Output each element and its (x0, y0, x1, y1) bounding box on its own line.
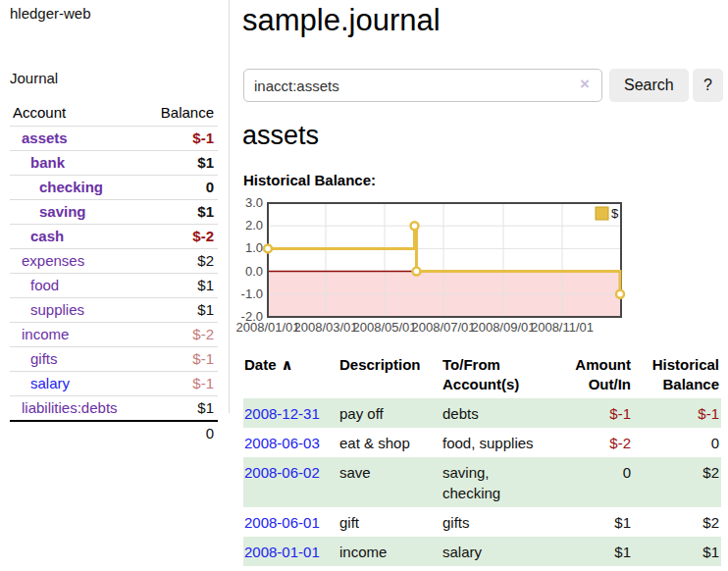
account-row: cash$-2 (10, 225, 218, 249)
search-button[interactable]: Search (609, 69, 689, 102)
transaction-date-link[interactable]: 2008-01-01 (244, 544, 320, 560)
y-tick-label: -1.0 (241, 286, 263, 301)
transaction-date-cell: 2008-01-01 (243, 537, 338, 566)
transaction-accounts: gifts (442, 507, 557, 537)
transaction-accounts: salary (442, 537, 557, 566)
transaction-date-cell: 2008-12-31 (243, 398, 338, 428)
y-tick-label: 3.0 (245, 195, 263, 210)
transaction-date-link[interactable]: 2008-06-02 (244, 464, 320, 481)
account-balance: $1 (144, 298, 218, 323)
account-link[interactable]: food (30, 277, 59, 293)
account-row: checking0 (10, 176, 218, 200)
transaction-date-cell: 2008-06-03 (243, 428, 338, 457)
accounts-header-balance: Balance (144, 99, 218, 127)
transaction-date-link[interactable]: 2008-06-01 (244, 514, 320, 531)
account-link[interactable]: salary (30, 375, 70, 391)
accounts-table: Account Balance assets$-1bank$1checking0… (10, 99, 218, 445)
account-balance: $1 (144, 151, 218, 176)
data-point-marker (264, 244, 272, 252)
account-row: food$1 (10, 274, 218, 298)
register-table: Date∧ Description To/From Account(s) Amo… (243, 350, 721, 566)
data-point-marker (412, 268, 420, 276)
account-link[interactable]: gifts (30, 350, 58, 367)
sort-ascending-icon: ∧ (282, 356, 293, 373)
account-link[interactable]: supplies (30, 301, 84, 318)
transaction-amount: $1 (557, 507, 633, 537)
column-header-description: Description (338, 350, 442, 398)
account-name-cell: cash (10, 225, 144, 249)
account-link[interactable]: bank (30, 154, 65, 171)
account-balance: $-1 (144, 127, 218, 151)
account-name-cell: bank (10, 151, 144, 176)
clear-search-icon[interactable]: × (580, 75, 590, 94)
register-row[interactable]: 2008-01-01incomesalary$1$1 (243, 537, 721, 566)
transaction-amount: $-1 (557, 398, 633, 428)
account-name-cell: checking (10, 176, 144, 200)
journal-nav: Journal (10, 70, 58, 86)
account-heading: assets (242, 121, 319, 151)
x-tick-label: 2008/11/01 (531, 320, 594, 335)
transaction-date-link[interactable]: 2008-12-31 (244, 405, 320, 422)
accounts-header-row: Account Balance (10, 99, 218, 127)
x-tick-label: 2008/07/01 (411, 320, 475, 335)
account-row: bank$1 (10, 151, 218, 176)
column-header-accounts-line1: To/From (442, 355, 555, 375)
transaction-date-link[interactable]: 2008-06-03 (244, 435, 320, 451)
app-title-link[interactable]: hledger-web (10, 5, 91, 22)
accounts-total-value: 0 (144, 421, 218, 445)
account-name-cell: gifts (10, 347, 144, 372)
account-balance: $-2 (144, 323, 218, 347)
transaction-balance: $2 (633, 457, 721, 507)
help-button[interactable]: ? (693, 69, 723, 102)
chart-title: Historical Balance: (243, 172, 376, 188)
transaction-description: income (338, 537, 442, 566)
page-title: sample.journal (242, 3, 441, 38)
transaction-accounts: debts (442, 398, 557, 428)
account-balance: $-1 (144, 347, 218, 372)
transaction-amount: $-2 (557, 428, 633, 457)
column-header-date[interactable]: Date∧ (243, 350, 338, 398)
column-header-balance-line2: Balance (634, 375, 719, 394)
historical-balance-chart: $3.02.01.00.0-1.0-2.02008/01/012008/03/0… (240, 198, 633, 341)
transaction-amount: 0 (557, 457, 633, 507)
data-point-marker (616, 290, 624, 298)
account-row: expenses$2 (10, 249, 218, 274)
account-link[interactable]: assets (22, 130, 68, 146)
account-link[interactable]: cash (30, 228, 64, 244)
search-input[interactable] (243, 69, 602, 102)
data-point-marker (411, 222, 419, 230)
account-name-cell: supplies (10, 298, 144, 323)
account-link[interactable]: checking (39, 179, 103, 195)
column-header-description-label: Description (339, 355, 440, 375)
account-row: gifts$-1 (10, 347, 218, 372)
register-row[interactable]: 2008-06-01giftgifts$1$2 (243, 507, 721, 537)
account-row: income$-2 (10, 323, 218, 347)
account-link[interactable]: expenses (22, 252, 84, 269)
accounts-header-account: Account (10, 99, 144, 127)
register-row[interactable]: 2008-12-31pay offdebts$-1$-1 (243, 398, 721, 428)
account-balance: $-2 (144, 225, 218, 249)
transaction-description: eat & shop (338, 428, 442, 457)
account-link[interactable]: liabilities:debts (22, 399, 118, 416)
account-link[interactable]: saving (39, 203, 86, 220)
transaction-accounts: food, supplies (442, 428, 557, 457)
app-title: hledger-web (10, 5, 91, 22)
account-name-cell: salary (10, 372, 144, 396)
register-row[interactable]: 2008-06-02savesaving, checking0$2 (243, 457, 721, 507)
account-balance: $1 (144, 200, 218, 225)
column-header-accounts: To/From Account(s) (442, 350, 557, 398)
account-balance: $1 (144, 396, 218, 422)
x-tick-label: 2008/09/01 (471, 320, 535, 335)
account-balance: $2 (144, 249, 218, 274)
x-tick-label: 2008/03/01 (293, 320, 357, 335)
transaction-balance: $2 (633, 507, 721, 537)
account-balance: $-1 (144, 372, 218, 396)
transaction-amount: $1 (557, 537, 633, 566)
transaction-date-cell: 2008-06-02 (243, 457, 338, 507)
account-row: liabilities:debts$1 (10, 396, 218, 422)
journal-link[interactable]: Journal (10, 70, 58, 86)
register-row[interactable]: 2008-06-03eat & shopfood, supplies$-20 (243, 428, 721, 457)
account-link[interactable]: income (22, 326, 69, 342)
column-header-amount: Amount Out/In (557, 350, 633, 398)
transaction-balance: $1 (633, 537, 721, 566)
